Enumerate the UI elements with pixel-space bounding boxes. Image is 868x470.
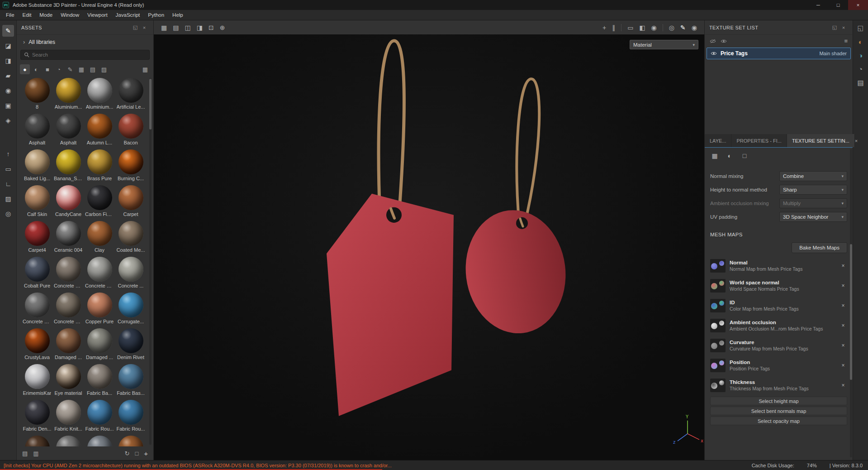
remove-mesh-map-button[interactable]: × (839, 382, 847, 388)
menu-item[interactable]: File (2, 10, 19, 20)
material-item[interactable]: Carbon Fiber (85, 185, 114, 217)
filters-filter-icon[interactable]: ◔ (54, 64, 64, 74)
texture-set-shader-link[interactable]: Main shader (819, 51, 847, 56)
polygon-fill-tool-icon[interactable]: ▰ (2, 70, 14, 82)
axis-gizmo[interactable]: Y x z (673, 414, 703, 445)
mesh-map-row[interactable]: Ambient occlusion Ambient Occlusion M...… (710, 316, 847, 336)
mesh-map-row[interactable]: World space normal World Space Normals P… (710, 276, 847, 296)
setting-dropdown[interactable]: 3D Space Neighbor ▾ (779, 212, 847, 222)
material-item[interactable]: Carpet (116, 185, 146, 217)
search-input[interactable] (32, 52, 146, 58)
setting-dropdown[interactable]: Combine ▾ (779, 171, 847, 181)
log-icon[interactable]: ▤ (857, 79, 863, 87)
dock-panel-icon[interactable]: ◱ (857, 24, 863, 32)
menu-item[interactable]: JavaScript (112, 10, 144, 20)
material-item[interactable]: Bacon (116, 114, 146, 146)
select-map-button[interactable]: Select height map (710, 397, 847, 405)
list-view-icon[interactable]: ▤ (22, 450, 28, 457)
smart-masks-filter-icon[interactable]: ■ (43, 64, 52, 74)
frame-icon[interactable]: □ (135, 450, 138, 457)
brushes-filter-icon[interactable]: ✎ (65, 64, 75, 74)
paint-tool-icon[interactable]: ✎ (680, 24, 686, 31)
assets-scrollbar[interactable] (149, 78, 152, 445)
channels-icon[interactable]: ▦ (710, 151, 719, 160)
material-item[interactable]: Damaged ... (53, 328, 83, 360)
quick-mask-icon[interactable]: ◎ (2, 208, 14, 220)
maximize-button[interactable]: □ (828, 0, 848, 10)
eraser-tool-icon[interactable]: ◪ (2, 40, 14, 52)
navigation-icon[interactable]: ⊕ (220, 24, 225, 31)
material-item[interactable] (85, 436, 114, 446)
material-item[interactable]: ErimemisKar (22, 364, 52, 396)
mesh-map-row[interactable]: Curvature Curvature Map from Mesh Price … (710, 336, 847, 355)
symmetry-plane-icon[interactable]: ◨ (197, 24, 203, 31)
material-item[interactable]: Brass Pure (85, 149, 114, 182)
mesh-map-row[interactable]: Position Position Price Tags × (710, 355, 847, 375)
material-item[interactable]: CandyCane (53, 185, 83, 217)
smart-materials-filter-icon[interactable]: ◐ (31, 64, 41, 74)
shader-settings-icon[interactable]: ◑ (859, 52, 863, 59)
alphas-filter-icon[interactable]: ▦ (76, 64, 86, 74)
menu-item[interactable]: Python (144, 10, 168, 20)
symmetry-icon[interactable]: ◫ (185, 24, 190, 31)
select-map-button[interactable]: Select opacity map (710, 417, 847, 425)
price-tag-left[interactable] (327, 194, 454, 416)
material-item[interactable]: Asphalt (22, 114, 52, 146)
close-dock-icon[interactable]: × (855, 134, 858, 147)
material-item[interactable]: CrustyLava (22, 328, 52, 360)
paint-brush-tool-icon[interactable]: ✎ (2, 25, 14, 37)
history-icon[interactable]: ◔ (859, 65, 863, 73)
dock-tab[interactable]: TEXTURE SET SETTIN... (787, 134, 855, 147)
smudge-tool-icon[interactable]: ◉ (2, 85, 14, 96)
mesh-map-row[interactable]: ID Color Map from Mesh Price Tags × (710, 296, 847, 316)
menu-item[interactable]: Edit (19, 10, 36, 20)
tiling-mode-icon[interactable]: ▤ (173, 24, 179, 31)
grid-view-toggle-icon[interactable]: ▦ (140, 64, 150, 74)
focus-view-icon[interactable]: + (602, 24, 606, 31)
menu-item[interactable]: Window (57, 10, 83, 20)
settings-scrollbar[interactable] (850, 149, 852, 457)
material-item[interactable]: Banana_Sk... (53, 149, 83, 182)
remove-mesh-map-button[interactable]: × (839, 342, 847, 349)
material-item[interactable] (22, 436, 52, 446)
price-tag-right[interactable] (459, 204, 573, 339)
material-item[interactable]: Fabric Bas... (116, 364, 146, 396)
viewport-3d[interactable]: Y x z Material ▾ (154, 34, 704, 460)
camera-icon[interactable]: ◉ (651, 24, 657, 31)
material-item[interactable]: Concrete S... (22, 293, 52, 325)
material-item[interactable]: Damaged ... (85, 328, 114, 360)
remove-mesh-map-button[interactable]: × (839, 283, 847, 289)
material-picker-tool-icon[interactable]: ◈ (2, 115, 14, 126)
add-asset-button[interactable]: + (144, 450, 148, 457)
close-panel-icon[interactable]: × (839, 25, 848, 30)
material-item[interactable]: Fabric Rou... (116, 400, 146, 432)
close-button[interactable]: × (848, 0, 868, 10)
projection-tool-icon[interactable]: ◨ (2, 55, 14, 67)
shader-mode-dropdown[interactable]: Material ▾ (630, 40, 698, 49)
material-item[interactable]: Concrete S... (53, 293, 83, 325)
snapshot-icon[interactable]: ◉ (692, 24, 697, 31)
material-item[interactable]: Corrugate... (116, 293, 146, 325)
mesh-map-row[interactable]: Thickness Thickness Map from Mesh Price … (710, 375, 847, 395)
material-item[interactable]: Carpet4 (22, 221, 52, 253)
material-item[interactable]: Coated Me... (116, 221, 146, 253)
list-filter-icon[interactable]: ≡ (844, 38, 848, 44)
export-icon[interactable]: ↑ (2, 148, 14, 160)
material-item[interactable]: Fabric Rou... (85, 400, 114, 432)
dock-tab[interactable]: PROPERTIES - FI... (731, 134, 787, 147)
material-sphere-icon[interactable]: ◐ (725, 151, 734, 160)
material-item[interactable] (116, 436, 146, 446)
menu-item[interactable]: Mode (35, 10, 57, 20)
material-shading-icon[interactable]: ◧ (639, 24, 645, 31)
bake-mesh-maps-button[interactable]: Bake Mesh Maps (792, 242, 847, 253)
dock-tab[interactable]: LAYE... (705, 134, 731, 147)
material-item[interactable]: Concrete C... (85, 257, 114, 289)
search-box[interactable] (20, 50, 150, 60)
clone-tool-icon[interactable]: ▣ (2, 100, 14, 111)
material-item[interactable]: Artificial Le... (116, 78, 146, 110)
color-picker-icon[interactable]: ◎ (669, 24, 674, 31)
close-panel-icon[interactable]: × (140, 25, 149, 30)
setting-dropdown[interactable]: Sharp ▾ (779, 185, 847, 195)
float-panel-icon[interactable]: ◱ (830, 24, 839, 30)
textures-filter-icon[interactable]: ▤ (88, 64, 98, 74)
